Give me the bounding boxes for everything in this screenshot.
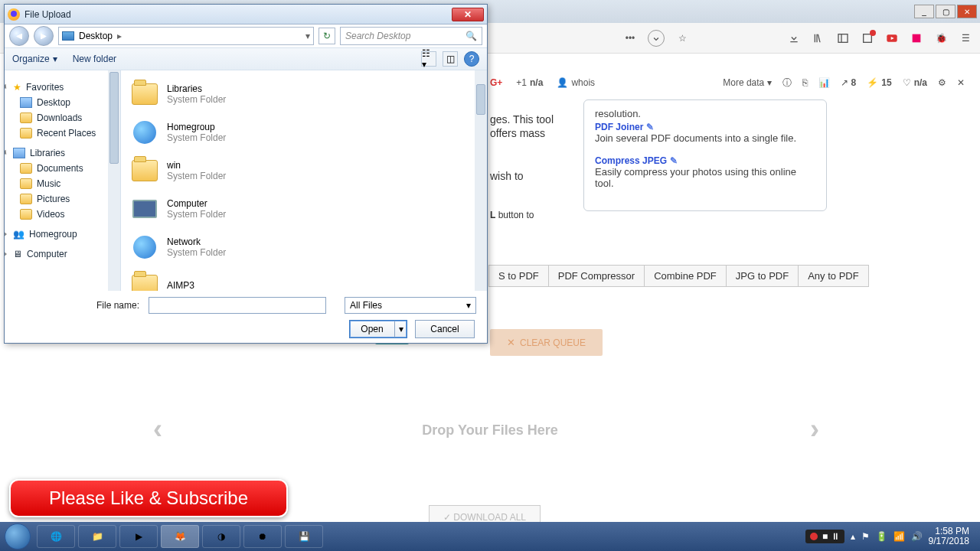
view-mode-button[interactable]: ☷ ▾ (421, 51, 436, 67)
taskbar-firefox[interactable]: 🦊 (161, 525, 199, 548)
location-dropdown-icon[interactable]: ▾ (305, 31, 310, 41)
network-icon (133, 236, 156, 259)
nav-videos[interactable]: Videos (5, 207, 120, 222)
taskbar-recorder[interactable]: ⏺ (243, 525, 282, 548)
edit-icon: ✎ (646, 122, 654, 132)
scrollbar-thumb[interactable] (109, 72, 119, 164)
nav-back-button[interactable]: ◄ (9, 26, 29, 46)
folder-icon (20, 178, 32, 189)
tray-network-icon[interactable]: 📶 (893, 531, 905, 542)
help-icon[interactable]: ? (464, 51, 479, 67)
scrollbar-thumb[interactable] (476, 84, 485, 115)
breadcrumb-arrow-icon[interactable]: ▸ (117, 31, 122, 41)
nav-homegroup[interactable]: 👥Homegroup (5, 227, 120, 242)
tab-s-to-pdf[interactable]: S to PDF (489, 266, 549, 286)
tray-volume-icon[interactable]: 🔊 (911, 531, 923, 542)
dialog-close-button[interactable]: ✕ (452, 8, 484, 21)
search-icon[interactable]: 🔍 (466, 31, 477, 41)
new-folder-button[interactable]: New folder (73, 54, 116, 64)
list-item[interactable]: LibrariesSystem Folder (124, 75, 484, 113)
taskbar-ie[interactable]: 🌐 (37, 525, 75, 548)
desktop-drive-icon (62, 31, 74, 41)
dialog-titlebar[interactable]: File Upload ✕ (5, 5, 487, 24)
preview-pane-button[interactable]: ◫ (443, 51, 458, 67)
list-item[interactable]: AIMP3 (124, 266, 484, 291)
file-name-input[interactable] (149, 297, 326, 314)
settings-gear-icon[interactable]: ⚙ (938, 77, 946, 88)
extension-icon-1[interactable] (910, 31, 923, 45)
window-close[interactable]: ✕ (957, 5, 977, 18)
tab-combine-pdf[interactable]: Combine PDF (645, 266, 727, 286)
compress-jpeg-link[interactable]: Compress JPEG✎ (595, 153, 815, 166)
nav-documents[interactable]: Documents (5, 161, 120, 176)
recording-indicator[interactable]: ■ ⏸ (805, 530, 844, 543)
nav-music[interactable]: Music (5, 176, 120, 191)
tray-up-icon[interactable]: ▴ (851, 531, 855, 542)
tab-pdf-compressor[interactable]: PDF Compressor (549, 266, 645, 286)
close-bar-icon[interactable]: ✕ (957, 77, 965, 88)
tab-any-to-pdf[interactable]: Any to PDF (799, 266, 867, 286)
text-fragment: offers mass (490, 127, 545, 139)
start-button[interactable] (5, 523, 31, 549)
list-item[interactable]: NetworkSystem Folder (124, 228, 484, 266)
open-button[interactable]: Open▾ (349, 320, 407, 338)
tab-jpg-to-pdf[interactable]: JPG to PDF (727, 266, 799, 286)
list-item[interactable]: winSystem Folder (124, 152, 484, 190)
tray-flag-icon[interactable]: ⚑ (861, 531, 870, 542)
search-box[interactable]: Search Desktop 🔍 (340, 27, 482, 45)
star-icon: ★ (13, 82, 21, 93)
whois-link[interactable]: whois (571, 77, 595, 88)
system-tray: ■ ⏸ ▴ ⚑ 🔋 📶 🔊 1:58 PM 9/17/2018 (805, 527, 975, 546)
homegroup-icon (133, 121, 156, 144)
extension-icon-2[interactable]: 🐞 (934, 31, 948, 45)
folder-icon (132, 275, 158, 291)
tray-battery-icon[interactable]: 🔋 (876, 531, 887, 542)
nav-desktop[interactable]: Desktop (5, 95, 120, 110)
page-actions-icon[interactable]: ••• (623, 31, 637, 45)
navpane-scrollbar[interactable] (108, 70, 120, 291)
nav-favorites[interactable]: ★Favorites (5, 80, 120, 95)
list-item[interactable]: ComputerSystem Folder (124, 190, 484, 228)
taskbar-media[interactable]: ▶ (119, 525, 158, 548)
conversion-tabs: S to PDF PDF Compressor Combine PDF JPG … (488, 265, 869, 287)
pocket-icon[interactable] (648, 30, 665, 47)
compress-jpeg-desc: Easily compress your photos using this o… (595, 166, 815, 189)
taskbar-chrome[interactable]: ◑ (202, 525, 240, 548)
nav-recent[interactable]: Recent Places (5, 126, 120, 141)
sidebar-icon[interactable] (836, 31, 850, 45)
file-name-label: File name: (96, 300, 139, 311)
folder-icon (20, 209, 32, 220)
info-icon[interactable]: ⓘ (782, 77, 792, 90)
hamburger-menu-icon[interactable]: ☰ (959, 31, 972, 45)
more-data-dropdown[interactable]: More data ▾ (723, 77, 771, 88)
folder-icon (20, 194, 32, 204)
tray-clock[interactable]: 1:58 PM 9/17/2018 (929, 527, 969, 546)
downloads-icon[interactable] (787, 31, 801, 45)
nav-libraries[interactable]: Libraries (5, 145, 120, 161)
organize-menu[interactable]: Organize ▾ (12, 54, 57, 64)
open-split-dropdown[interactable]: ▾ (394, 321, 407, 337)
pdf-joiner-link[interactable]: PDF Joiner✎ (595, 119, 815, 132)
container-icon[interactable] (861, 31, 874, 45)
text-fragment: ges. This tool (490, 113, 554, 126)
bookmark-star-icon[interactable]: ☆ (675, 31, 689, 45)
library-icon[interactable] (812, 31, 825, 45)
nav-downloads[interactable]: Downloads (5, 110, 120, 126)
location-breadcrumb[interactable]: Desktop ▸ ▾ (58, 27, 314, 45)
clear-queue-button[interactable]: ✕ CLEAR QUEUE (490, 329, 603, 356)
list-scrollbar[interactable] (475, 70, 487, 291)
taskbar-app[interactable]: 💾 (285, 525, 323, 548)
nav-computer[interactable]: 🖥Computer (5, 246, 120, 262)
list-item[interactable]: HomegroupSystem Folder (124, 113, 484, 152)
nav-forward-button[interactable]: ► (34, 26, 54, 46)
cancel-button[interactable]: Cancel (415, 320, 475, 338)
taskbar-explorer[interactable]: 📁 (78, 525, 116, 548)
refresh-button[interactable]: ↻ (318, 28, 335, 44)
nav-pictures[interactable]: Pictures (5, 191, 120, 207)
file-type-select[interactable]: All Files▾ (345, 297, 476, 314)
youtube-icon[interactable] (885, 31, 899, 45)
window-minimize[interactable]: _ (914, 5, 934, 18)
folder-icon (20, 163, 32, 174)
person-icon: 👤 (557, 77, 568, 88)
window-maximize[interactable]: ▢ (936, 5, 956, 18)
